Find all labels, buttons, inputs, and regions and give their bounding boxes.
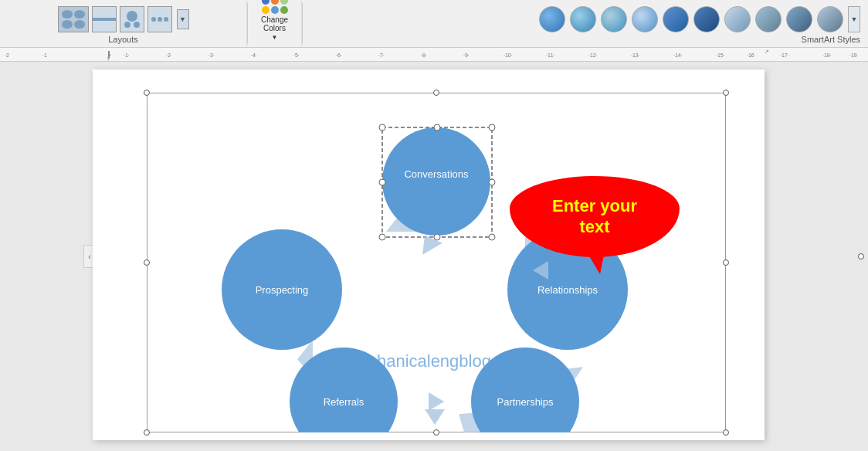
smartart-styles-dropdown[interactable]: ▼ <box>848 6 860 32</box>
svg-text:↗: ↗ <box>765 49 769 54</box>
svg-text:·2·: ·2· <box>166 53 172 58</box>
svg-text:·1: ·1 <box>42 53 47 58</box>
svg-text:·10·: ·10· <box>504 53 513 58</box>
svg-text:·1·: ·1· <box>124 53 130 58</box>
sel-handle-tl <box>379 124 385 131</box>
svg-text:·13·: ·13· <box>631 53 640 58</box>
svg-text:Referrals: Referrals <box>324 396 364 408</box>
sel-handle-tm <box>434 124 440 131</box>
ruler-content: ·2 ·1 × ·1· ·2· ·3· ·4· ·5· ·6· ·7· ·8· … <box>0 48 868 61</box>
style-swatch-8[interactable] <box>755 6 782 32</box>
svg-text:·11·: ·11· <box>546 53 555 58</box>
style-swatch-6[interactable] <box>693 6 720 32</box>
svg-text:·16: ·16 <box>747 53 754 58</box>
layouts-section: ▼ Layouts <box>0 0 247 47</box>
callout-bubble: Enter your text <box>510 176 680 257</box>
svg-text:·3·: ·3· <box>209 53 215 58</box>
ruler: ·2 ·1 × ·1· ·2· ·3· ·4· ·5· ·6· ·7· ·8· … <box>0 48 868 62</box>
arrow-left-referrals <box>429 392 444 411</box>
arrow-bottom-mid <box>425 409 445 425</box>
sel-handle-tr <box>489 124 495 131</box>
svg-text:·17·: ·17· <box>780 53 789 58</box>
style-swatch-5[interactable] <box>663 6 689 32</box>
page: Conversations Relationships Partnerships… <box>93 70 765 440</box>
svg-text:·18·: ·18· <box>822 53 832 58</box>
callout-line1: Enter your <box>552 196 637 216</box>
svg-text:·6·: ·6· <box>336 53 342 58</box>
callout-text: Enter your text <box>552 196 637 237</box>
layouts-dropdown[interactable]: ▼ <box>177 9 189 29</box>
smartart-diagram[interactable]: Conversations Relationships Partnerships… <box>147 93 726 432</box>
svg-text:Prospecting: Prospecting <box>256 284 309 296</box>
smartart-styles-label: SmartArt Styles <box>802 35 860 44</box>
change-colors-section: ChangeColors ▼ <box>248 0 302 47</box>
svg-text:·8·: ·8· <box>421 53 427 58</box>
style-swatch-2[interactable] <box>570 6 596 32</box>
svg-text:Partnerships: Partnerships <box>497 396 554 408</box>
ruler-svg: ·2 ·1 × ·1· ·2· ·3· ·4· ·5· ·6· ·7· ·8· … <box>0 48 868 62</box>
svg-text:·5·: ·5· <box>293 53 300 58</box>
sel-handle-bl <box>379 234 385 240</box>
svg-text:Relationships: Relationships <box>537 284 598 296</box>
smartart-styles-section: ▼ SmartArt Styles <box>303 0 868 47</box>
style-swatch-1[interactable] <box>539 6 565 32</box>
circle-conversations <box>382 127 490 236</box>
style-swatch-10[interactable] <box>817 6 843 32</box>
layout-icon-2[interactable] <box>92 6 117 32</box>
svg-text:·9·: ·9· <box>463 53 470 58</box>
callout-line2: text <box>552 217 637 237</box>
svg-text:·12·: ·12· <box>588 53 598 58</box>
svg-text:·7·: ·7· <box>378 53 385 58</box>
sel-handle-br <box>489 234 495 240</box>
svg-text:×: × <box>108 53 111 58</box>
callout-container: Enter your text <box>510 176 680 269</box>
sel-handle-mr <box>489 179 495 185</box>
layout-icons: ▼ <box>58 6 189 32</box>
layout-icon-1[interactable] <box>58 6 89 32</box>
svg-text:·19: ·19 <box>849 53 857 58</box>
sel-handle-bm <box>434 234 440 240</box>
layout-icon-4[interactable] <box>147 6 172 32</box>
svg-text:·15·: ·15· <box>716 53 725 58</box>
sel-handle-ml <box>379 179 385 185</box>
toolbar: ▼ Layouts ChangeColors ▼ <box>0 0 868 48</box>
svg-text:·14·: ·14· <box>673 53 683 58</box>
callout-tail <box>588 255 604 274</box>
style-swatch-7[interactable] <box>724 6 751 32</box>
layout-icon-3[interactable] <box>120 6 144 32</box>
watermark-text: Mechanicalengblog.com <box>344 351 527 371</box>
style-circles: ▼ <box>539 6 860 32</box>
style-swatch-4[interactable] <box>632 6 658 32</box>
svg-text:·2: ·2 <box>5 53 9 58</box>
layouts-label: Layouts <box>108 35 138 44</box>
style-swatch-3[interactable] <box>601 6 627 32</box>
main-canvas: ‹ <box>0 62 868 451</box>
change-colors-button[interactable]: ChangeColors ▼ <box>255 0 294 44</box>
right-scroll-handle[interactable] <box>858 253 864 259</box>
svg-text:·4·: ·4· <box>251 53 257 58</box>
svg-text:Conversations: Conversations <box>404 168 469 180</box>
style-swatch-9[interactable] <box>786 6 812 32</box>
